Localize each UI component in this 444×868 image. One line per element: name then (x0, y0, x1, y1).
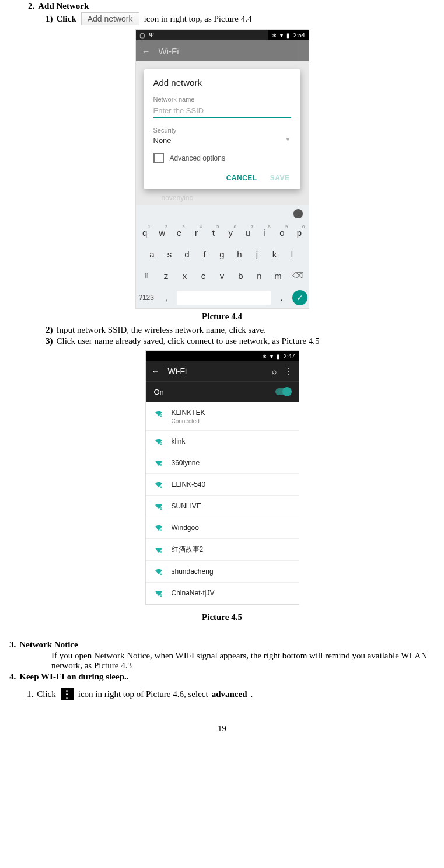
wifi-signal-icon (154, 545, 163, 555)
key-n[interactable]: n (250, 267, 269, 284)
key-x[interactable]: x (176, 267, 194, 284)
key-i[interactable]: i8 (257, 224, 272, 241)
enter-key[interactable]: ✓ (292, 290, 307, 305)
toggle-switch[interactable] (275, 388, 291, 395)
screen-title: Wi-Fi (159, 46, 179, 56)
mic-icon[interactable] (293, 209, 303, 218)
key-r[interactable]: r4 (188, 224, 204, 241)
network-row[interactable]: shundacheng (146, 561, 299, 583)
key-l[interactable]: l (284, 246, 300, 263)
key-c[interactable]: c (194, 267, 213, 284)
checkbox-icon[interactable] (153, 153, 164, 163)
status-bar-right: ∗ ▾ ▮ 2:47 (258, 351, 298, 361)
wifi-signal-icon (154, 523, 163, 532)
back-icon[interactable]: ← (152, 367, 160, 376)
key-u[interactable]: u7 (240, 224, 256, 241)
security-select[interactable]: None ▼ (153, 136, 291, 145)
save-button[interactable]: SAVE (270, 174, 290, 182)
cancel-button[interactable]: CANCEL (226, 174, 257, 182)
key-e[interactable]: e3 (171, 224, 187, 241)
network-row[interactable]: 红酒故事2 (146, 539, 299, 561)
section-body: If you open Network Notice, when WIFI si… (51, 651, 439, 671)
section-title: Add Network (38, 1, 89, 11)
network-row[interactable]: KLINKTEKConnected (146, 402, 299, 431)
wifi-signal-icon (154, 588, 163, 598)
key-a[interactable]: a (144, 246, 160, 263)
back-icon[interactable]: ← (142, 46, 151, 56)
key-y[interactable]: y6 (223, 224, 239, 241)
overflow-icon[interactable]: ⋮ (285, 367, 293, 376)
key-s[interactable]: s (162, 246, 178, 263)
screen-title: Wi-Fi (168, 367, 187, 376)
chevron-down-icon: ▼ (285, 136, 291, 145)
network-row[interactable]: SUNLIVE (146, 496, 299, 517)
network-name: KLINKTEKConnected (172, 409, 205, 424)
key-q[interactable]: q1 (137, 224, 153, 241)
figure-caption: Picture 4.5 (5, 612, 439, 622)
network-name: ChinaNet-tjJV (172, 589, 215, 597)
on-label: On (154, 388, 164, 396)
key-m[interactable]: m (269, 267, 288, 284)
key-p[interactable]: p0 (291, 224, 307, 241)
key-b[interactable]: b (232, 267, 250, 284)
key-o[interactable]: o9 (274, 224, 290, 241)
usb-icon: Ψ (149, 32, 154, 39)
status-bar (146, 351, 259, 361)
screenshot-4-5: ∗ ▾ ▮ 2:47 ← Wi-Fi ⌕ ⋮ On KLINKTEKConnec… (146, 351, 299, 604)
space-key[interactable] (177, 291, 271, 305)
comma-key[interactable]: , (157, 289, 176, 306)
substep-num: 1. (27, 689, 33, 699)
wifi-toggle-row[interactable]: On (146, 381, 299, 402)
bluetooth-icon: ∗ (272, 32, 277, 39)
network-row[interactable]: ChinaNet-tjJV (146, 583, 299, 604)
substep-text: icon in right top of Picture 4.6, select (78, 689, 208, 699)
status-bar-right: ∗ ▾ ▮ 2:54 (268, 30, 308, 40)
key-h[interactable]: h (232, 246, 248, 263)
period-key[interactable]: . (272, 289, 291, 306)
clock: 2:47 (284, 353, 295, 360)
advanced-options[interactable]: Advanced options (153, 153, 291, 163)
search-icon[interactable]: ⌕ (272, 367, 277, 376)
key-j[interactable]: j (249, 246, 265, 263)
svg-rect-9 (160, 508, 161, 509)
network-row[interactable]: Windgoo (146, 517, 299, 539)
key-t[interactable]: t5 (205, 224, 221, 241)
key-f[interactable]: f (197, 246, 213, 263)
network-name: shundacheng (172, 567, 214, 576)
network-row[interactable]: klink (146, 431, 299, 452)
status-bar: ▢ Ψ (136, 30, 269, 40)
app-bar: ← Wi-Fi (136, 40, 309, 61)
page-number: 19 (5, 724, 439, 734)
network-row[interactable]: ELINK-540 (146, 474, 299, 496)
key-d[interactable]: d (179, 246, 195, 263)
wifi-icon: ▾ (270, 353, 273, 360)
suggestion-bar (136, 205, 309, 222)
keyboard: q1w2e3r4t5y6u7i8o9p0 asdfghjkl ⇧ zxcvbnm… (136, 205, 309, 308)
shift-key[interactable]: ⇧ (137, 267, 156, 284)
key-z[interactable]: z (157, 267, 176, 284)
step-text: Click (57, 14, 76, 24)
key-v[interactable]: v (213, 267, 232, 284)
battery-icon: ▮ (277, 353, 280, 360)
clock: 2:54 (293, 32, 305, 39)
wifi-signal-icon (154, 501, 163, 511)
key-k[interactable]: k (267, 246, 283, 263)
list-num: 2. (28, 1, 34, 11)
symbols-key[interactable]: ?123 (137, 290, 156, 305)
step-text: Click user name already saved, click con… (57, 336, 320, 346)
screenshot-4-4: ▢ Ψ ∗ ▾ ▮ 2:54 ← Wi-Fi Add network Netwo… (136, 30, 309, 308)
network-row[interactable]: 360lynne (146, 452, 299, 474)
svg-rect-5 (160, 465, 161, 466)
ssid-input[interactable]: Enter the SSID (153, 105, 291, 118)
wifi-signal-icon (154, 567, 163, 576)
svg-rect-7 (160, 486, 161, 487)
backspace-key[interactable]: ⌫ (289, 267, 307, 284)
step-num: 2) (46, 325, 53, 335)
overflow-icon (61, 688, 74, 700)
key-g[interactable]: g (214, 246, 230, 263)
key-w[interactable]: w2 (154, 224, 170, 241)
wifi-signal-icon (154, 458, 163, 468)
wifi-signal-icon (154, 437, 163, 446)
section-title: Network Notice (19, 640, 78, 650)
step-num: 1) (46, 14, 53, 24)
